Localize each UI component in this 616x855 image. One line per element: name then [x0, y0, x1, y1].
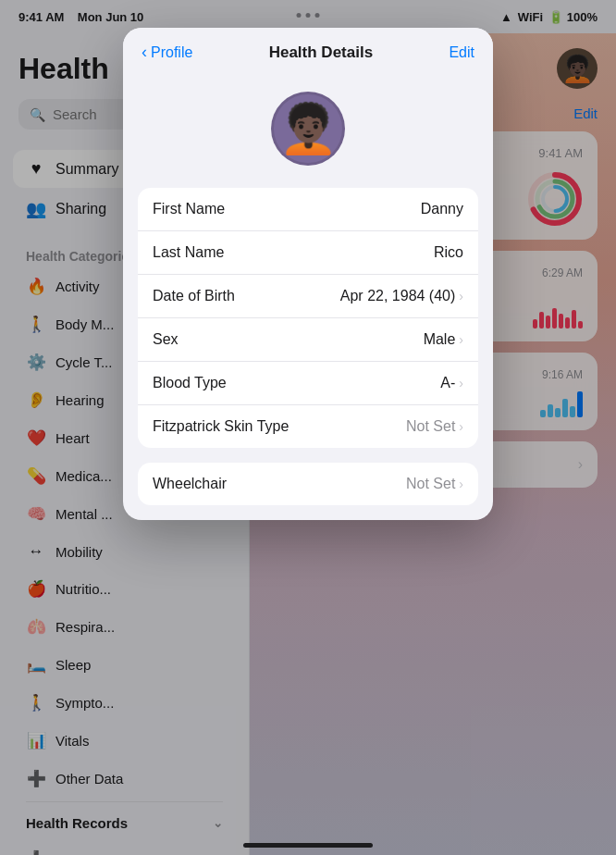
back-arrow-icon: ‹ [142, 43, 147, 62]
wheelchair-label: Wheelchair [153, 476, 227, 492]
dob-label: Date of Birth [153, 288, 235, 304]
dob-chevron-icon: › [459, 289, 463, 304]
first-name-row[interactable]: First Name Danny [138, 188, 478, 231]
modal-avatar-section: 🧑🏿‍🦱 [123, 73, 493, 188]
modal-overlay: ‹ Profile Health Details Edit 🧑🏿‍🦱 First… [0, 0, 616, 855]
modal-nav: ‹ Profile Health Details Edit [123, 28, 493, 73]
avatar-emoji: 🧑🏿‍🦱 [278, 101, 339, 157]
blood-type-row[interactable]: Blood Type A- › [138, 362, 478, 405]
dob-value: Apr 22, 1984 (40) › [340, 288, 463, 304]
modal-title: Health Details [269, 43, 373, 62]
last-name-row[interactable]: Last Name Rico [138, 231, 478, 275]
first-name-label: First Name [153, 201, 225, 217]
sex-value: Male › [424, 331, 463, 348]
home-bar [243, 843, 373, 848]
last-name-value: Rico [434, 244, 463, 261]
last-name-label: Last Name [153, 244, 224, 261]
blood-type-label: Blood Type [153, 375, 227, 391]
wheelchair-chevron-icon: › [459, 477, 463, 491]
sex-label: Sex [153, 331, 179, 348]
sex-chevron-icon: › [459, 332, 463, 347]
skin-type-label: Fitzpatrick Skin Type [153, 418, 289, 435]
skin-type-chevron-icon: › [459, 419, 463, 434]
health-details-modal: ‹ Profile Health Details Edit 🧑🏿‍🦱 First… [123, 28, 493, 520]
skin-type-value: Not Set › [406, 418, 463, 435]
first-name-value: Danny [421, 201, 463, 217]
wheelchair-value: Not Set › [406, 476, 463, 492]
wheelchair-section: Wheelchair Not Set › [138, 463, 478, 505]
blood-type-chevron-icon: › [459, 376, 463, 390]
modal-edit-button[interactable]: Edit [449, 44, 474, 61]
user-avatar[interactable]: 🧑🏿‍🦱 [271, 92, 345, 166]
modal-form: First Name Danny Last Name Rico Date of … [138, 188, 478, 448]
wheelchair-row[interactable]: Wheelchair Not Set › [138, 463, 478, 505]
dob-row[interactable]: Date of Birth Apr 22, 1984 (40) › [138, 275, 478, 318]
skin-type-row[interactable]: Fitzpatrick Skin Type Not Set › [138, 405, 478, 448]
modal-back-button[interactable]: ‹ Profile [142, 43, 192, 62]
sex-row[interactable]: Sex Male › [138, 318, 478, 362]
blood-type-value: A- › [440, 375, 463, 391]
